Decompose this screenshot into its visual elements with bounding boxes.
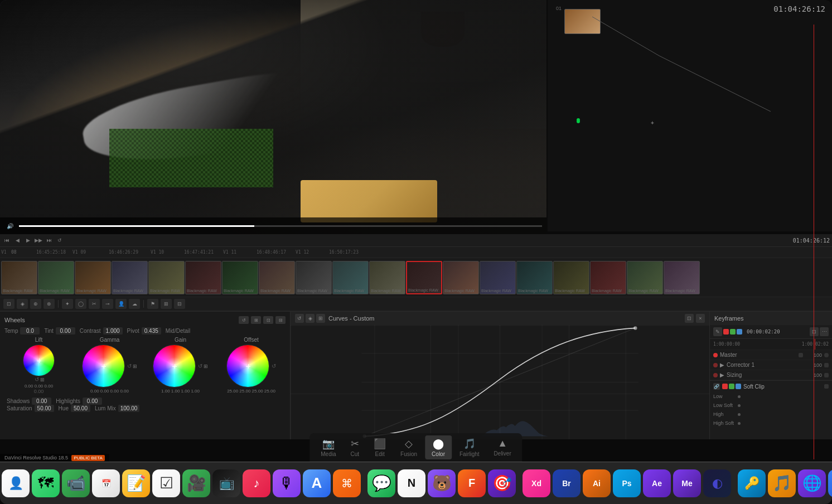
dock-netnewswire[interactable]: 📰	[828, 469, 832, 497]
resolve-tab-fusion[interactable]: ◇ Fusion	[394, 435, 424, 459]
clip-12-selected[interactable]: Blackmagic RAW	[406, 261, 442, 294]
clip-7[interactable]: Blackmagic RAW	[222, 261, 258, 294]
tb-eyedrop[interactable]: ⊸	[102, 299, 113, 309]
clip-4[interactable]: Blackmagic RAW	[112, 261, 148, 294]
lum-mix-value[interactable]: 100.00	[118, 405, 140, 412]
dock-tor[interactable]: 🌐	[798, 469, 826, 497]
wheel-ctrl-3[interactable]: ⊡	[263, 316, 273, 324]
hue-value[interactable]: 50.00	[71, 405, 90, 412]
clip-13[interactable]: Blackmagic RAW	[443, 261, 479, 294]
clip-9[interactable]: Blackmagic RAW	[296, 261, 332, 294]
curves-btn-2[interactable]: ◈	[306, 314, 315, 323]
tb-btn-3[interactable]: ⊕	[30, 299, 41, 309]
tint-value[interactable]: 0.00	[56, 327, 75, 335]
tb-person[interactable]: 👤	[115, 299, 127, 309]
tl-prev-btn[interactable]: ⏮	[2, 236, 11, 244]
clip-1[interactable]: Blackmagic RAW	[1, 261, 37, 294]
dock-appletv[interactable]: 📺	[212, 469, 240, 497]
clip-6[interactable]: Blackmagic RAW	[185, 261, 221, 294]
saturation-value[interactable]: 50.00	[35, 405, 54, 412]
tl-next-btn[interactable]: ⏭	[45, 236, 54, 244]
resolve-tab-fairlight[interactable]: 🎵 Fairlight	[453, 435, 486, 459]
kf-green-btn[interactable]	[730, 329, 736, 335]
temp-value[interactable]: 0.0	[20, 327, 40, 335]
kf-red-btn[interactable]	[723, 329, 729, 335]
resolve-tab-color[interactable]: ⬤ Color	[425, 435, 452, 459]
dock-notion[interactable]: N	[398, 469, 425, 497]
tb-copy[interactable]: ⊞	[161, 299, 172, 309]
wheel-ctrl-4[interactable]: ⊟	[275, 316, 286, 324]
lift-expand-btn[interactable]: ⊞	[40, 377, 45, 382]
tb-wand[interactable]: ✦	[62, 299, 73, 309]
kf-more-btn[interactable]: ⋯	[820, 327, 829, 336]
sc-lowsoft-dot[interactable]	[738, 404, 741, 407]
curves-btn-3[interactable]: ⊞	[316, 314, 325, 323]
kf-blue-btn[interactable]	[737, 329, 742, 335]
sc-chain-btn[interactable]	[824, 384, 829, 389]
kf-master-chain[interactable]	[799, 353, 803, 357]
dock-messages[interactable]: 💬	[367, 469, 395, 497]
soft-clip-icon[interactable]: 🔗	[713, 383, 720, 390]
clip-15[interactable]: Blackmagic RAW	[516, 261, 553, 294]
clip-2[interactable]: Blackmagic RAW	[38, 261, 74, 294]
dock-facetime[interactable]: 📹	[62, 469, 90, 497]
resolve-tab-media[interactable]: 📷 Media	[314, 435, 342, 459]
tb-btn-1[interactable]: ⊡	[3, 299, 14, 309]
resolve-tab-deliver[interactable]: ▲ Deliver	[487, 435, 518, 459]
kf-edit-btn[interactable]: ✎	[713, 327, 722, 336]
pivot-value[interactable]: 0.435	[142, 327, 161, 335]
clip-8[interactable]: Blackmagic RAW	[259, 261, 295, 294]
dock-resolve[interactable]: ◐	[703, 469, 731, 497]
tb-cloud[interactable]: ☁	[129, 299, 140, 309]
tl-play-btn[interactable]: ▶	[23, 236, 32, 244]
dock-podcasts[interactable]: 🎙	[273, 469, 301, 497]
dock-maps[interactable]: 🗺	[32, 469, 60, 497]
highlights-value[interactable]: 0.00	[83, 398, 102, 405]
clip-14[interactable]: Blackmagic RAW	[480, 261, 516, 294]
tb-btn-2[interactable]: ◈	[17, 299, 28, 309]
dock-xtras[interactable]: 🎯	[488, 469, 516, 497]
dock-notes[interactable]: 📝	[122, 469, 150, 497]
tl-loop-btn[interactable]: ↺	[55, 236, 64, 244]
resolve-tab-edit[interactable]: ⬛ Edit	[367, 435, 393, 459]
dock-xd[interactable]: Xd	[523, 469, 550, 497]
clip-16[interactable]: Blackmagic RAW	[553, 261, 589, 294]
lift-wheel[interactable]	[23, 345, 54, 376]
sc-low-dot[interactable]	[738, 395, 741, 398]
clip-17[interactable]: Blackmagic RAW	[590, 261, 626, 294]
clip-10[interactable]: Blackmagic RAW	[332, 261, 369, 294]
lift-reset-btn[interactable]: ↺	[35, 376, 39, 382]
resolve-tab-cut[interactable]: ✂ Cut	[344, 435, 366, 459]
gamma-expand-btn[interactable]: ⊞	[133, 364, 137, 369]
dock-figma[interactable]: F	[458, 469, 486, 497]
tb-btn-4[interactable]: ⊗	[43, 299, 55, 309]
gain-wheel[interactable]	[153, 345, 195, 387]
sc-highsoft-dot[interactable]	[738, 422, 741, 425]
gain-reset-btn[interactable]: ↺	[198, 363, 202, 369]
tl-fwd-btn[interactable]: ▶▶	[34, 236, 43, 244]
offset-reset-btn[interactable]: ↺	[272, 363, 276, 369]
shadows-value[interactable]: 0.00	[32, 398, 51, 405]
gamma-reset-btn[interactable]: ↺	[127, 363, 132, 369]
dock-facetime2[interactable]: 🎥	[182, 469, 210, 497]
tb-flag[interactable]: ⚑	[147, 299, 158, 309]
dock-music[interactable]: ♪	[243, 469, 270, 497]
dock-reminders[interactable]: ☑	[152, 469, 180, 497]
tb-paste[interactable]: ⊟	[174, 299, 185, 309]
dock-appstore[interactable]: A	[303, 469, 331, 497]
dock-taiko[interactable]: 🎵	[768, 469, 796, 497]
curves-canvas[interactable]	[291, 325, 709, 439]
dock-calendar[interactable]: 📅	[92, 469, 120, 497]
progress-bar[interactable]	[19, 225, 542, 227]
kf-corrector-expand[interactable]: ▶	[720, 362, 724, 368]
volume-btn[interactable]: 🔊	[4, 222, 16, 230]
dock-contacts[interactable]: 👤	[2, 469, 30, 497]
dock-me[interactable]: Me	[673, 469, 701, 497]
clip-3[interactable]: Blackmagic RAW	[75, 261, 111, 294]
curves-btn-1[interactable]: ↺	[295, 314, 304, 323]
dock-shortcuts[interactable]: ⌘	[333, 469, 361, 497]
wheel-ctrl-1[interactable]: ↺	[239, 316, 249, 324]
kf-sizing-chain[interactable]	[824, 373, 829, 377]
wheel-ctrl-2[interactable]: ⊞	[251, 316, 261, 324]
clip-18[interactable]: Blackmagic RAW	[627, 261, 663, 294]
